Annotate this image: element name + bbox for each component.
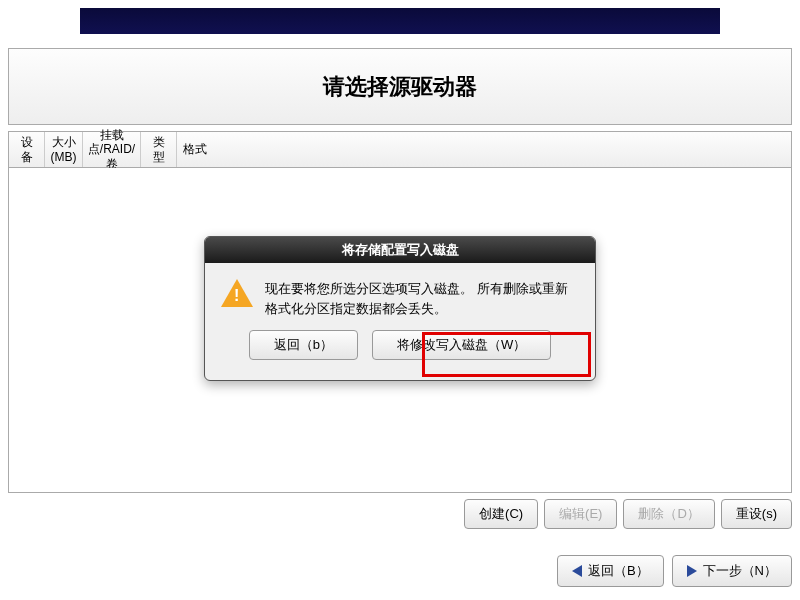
col-mount[interactable]: 挂载点/RAID/卷 — [83, 132, 141, 167]
create-button[interactable]: 创建(C) — [464, 499, 538, 529]
nav-buttons: 返回（B） 下一步（N） — [8, 555, 792, 587]
next-button[interactable]: 下一步（N） — [672, 555, 792, 587]
dialog-message: 现在要将您所选分区选项写入磁盘。 所有删除或重新格式化分区指定数据都会丢失。 — [265, 279, 579, 318]
page-title: 请选择源驱动器 — [323, 72, 477, 102]
col-type[interactable]: 类型 — [141, 132, 177, 167]
title-panel: 请选择源驱动器 — [8, 48, 792, 125]
confirmation-dialog: 将存储配置写入磁盘 现在要将您所选分区选项写入磁盘。 所有删除或重新格式化分区指… — [204, 236, 596, 381]
toolbar: 创建(C) 编辑(E) 删除（D） 重设(s) — [8, 499, 792, 529]
dialog-body: 现在要将您所选分区选项写入磁盘。 所有删除或重新格式化分区指定数据都会丢失。 — [205, 263, 595, 326]
table-header: 设备 大小(MB) 挂载点/RAID/卷 类型 格式 — [8, 131, 792, 168]
dialog-title: 将存储配置写入磁盘 — [205, 237, 595, 263]
top-banner — [80, 8, 720, 34]
arrow-right-icon — [687, 565, 697, 577]
arrow-left-icon — [572, 565, 582, 577]
edit-button: 编辑(E) — [544, 499, 617, 529]
col-size[interactable]: 大小(MB) — [45, 132, 83, 167]
col-format[interactable]: 格式 — [177, 132, 213, 167]
col-device[interactable]: 设备 — [9, 132, 45, 167]
dialog-write-button[interactable]: 将修改写入磁盘（W） — [372, 330, 551, 360]
reset-button[interactable]: 重设(s) — [721, 499, 792, 529]
warning-icon — [221, 279, 253, 307]
back-button[interactable]: 返回（B） — [557, 555, 664, 587]
dialog-buttons: 返回（b） 将修改写入磁盘（W） — [205, 326, 595, 372]
dialog-back-button[interactable]: 返回（b） — [249, 330, 358, 360]
back-label: 返回（B） — [588, 562, 649, 580]
next-label: 下一步（N） — [703, 562, 777, 580]
delete-button: 删除（D） — [623, 499, 714, 529]
